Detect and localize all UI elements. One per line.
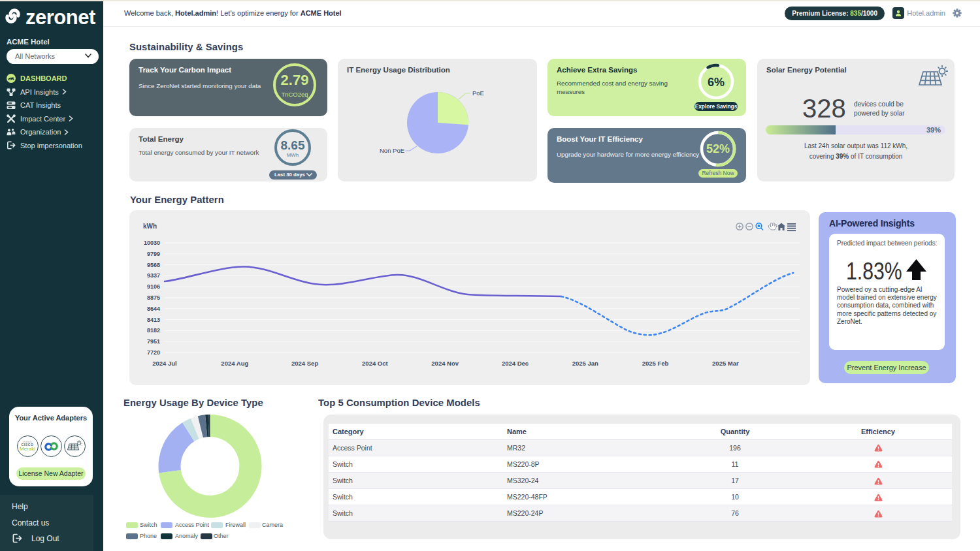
svg-text:2024 Dec: 2024 Dec xyxy=(502,360,529,367)
svg-text:7720: 7720 xyxy=(147,349,160,356)
svg-text:52%: 52% xyxy=(706,142,730,155)
svg-text:2024 Oct: 2024 Oct xyxy=(362,360,388,367)
svg-text:kWh: kWh xyxy=(143,223,157,230)
svg-text:8182: 8182 xyxy=(147,327,160,334)
svg-text:7951: 7951 xyxy=(147,338,160,345)
svg-text:8875: 8875 xyxy=(147,294,160,301)
svg-text:9799: 9799 xyxy=(147,251,160,257)
svg-text:2025 Mar: 2025 Mar xyxy=(712,360,739,367)
svg-text:8644: 8644 xyxy=(147,306,160,312)
svg-text:10030: 10030 xyxy=(144,240,160,246)
svg-text:2025 Feb: 2025 Feb xyxy=(642,360,669,367)
svg-text:2024 Nov: 2024 Nov xyxy=(431,360,459,367)
svg-text:2024 Jul: 2024 Jul xyxy=(152,360,177,367)
svg-text:9568: 9568 xyxy=(147,262,160,268)
svg-text:8413: 8413 xyxy=(147,317,160,323)
svg-text:6%: 6% xyxy=(708,76,725,89)
svg-text:9106: 9106 xyxy=(147,283,160,290)
svg-text:2024 Sep: 2024 Sep xyxy=(291,360,318,367)
svg-text:PoE: PoE xyxy=(472,89,484,97)
svg-text:2024 Aug: 2024 Aug xyxy=(221,360,248,367)
svg-text:9337: 9337 xyxy=(147,272,160,279)
svg-text:Non PoE: Non PoE xyxy=(380,147,404,154)
svg-text:2025 Jan: 2025 Jan xyxy=(572,360,598,367)
